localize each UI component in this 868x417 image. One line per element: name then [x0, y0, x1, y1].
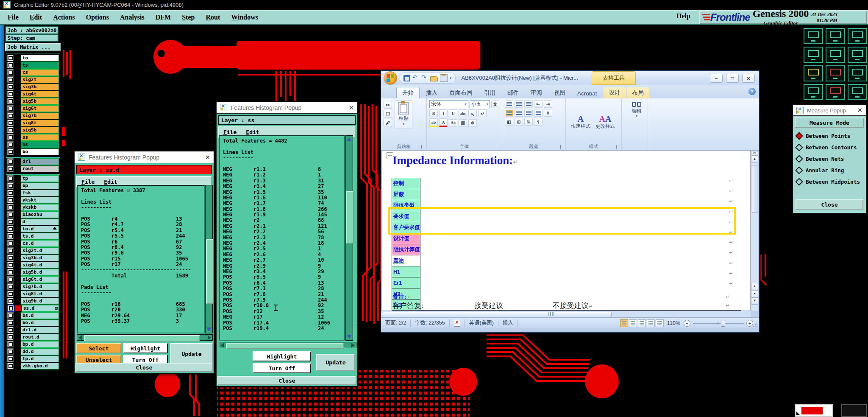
layer-checkbox[interactable] [7, 134, 14, 140]
histogram-row[interactable]: POSr7.128 [223, 286, 344, 291]
menu-item[interactable]: File [8, 14, 19, 21]
increase-indent-icon[interactable]: ⇥ [544, 100, 552, 108]
secondary-color-panel[interactable] [841, 404, 867, 417]
histogram-row[interactable]: NEGr1.774 [223, 201, 344, 206]
ribbon-tab[interactable]: Acrobat [572, 89, 603, 98]
menu-item[interactable]: Analysis [120, 14, 145, 21]
histogram-row[interactable]: NEGr2.51 [223, 246, 344, 252]
layer-color-swatch[interactable] [14, 113, 20, 118]
histogram-row[interactable]: POSr1724 [81, 262, 204, 267]
layer-row[interactable]: biaozhu⊞ [6, 211, 60, 218]
menu-item[interactable]: Options [86, 14, 109, 21]
copy-icon[interactable]: ❐ [384, 110, 392, 118]
layer-row[interactable]: sig6t⊞ [6, 105, 60, 112]
layer-color-swatch[interactable] [14, 149, 20, 154]
save-icon[interactable] [403, 75, 410, 81]
close-icon[interactable]: ✕ [857, 106, 862, 114]
layer-row[interactable]: sig7b⊞ [6, 112, 60, 119]
popup-titlebar[interactable]: Measure Popup ✕ [793, 105, 866, 116]
paste-icon[interactable] [440, 74, 448, 82]
layer-color-swatch[interactable] [14, 277, 20, 282]
layer-checkbox[interactable] [7, 269, 14, 275]
menu-item[interactable]: Actions [53, 14, 75, 21]
spellcheck-status[interactable] [450, 319, 465, 327]
histogram-row[interactable]: NEGr1.6110 [223, 195, 344, 201]
word-horizontal-scrollbar[interactable] [381, 311, 751, 318]
font-style-button[interactable]: I [439, 109, 448, 117]
layer-color-swatch[interactable] [14, 62, 20, 68]
word-vertical-scrollbar[interactable]: ▭ ▲ ▲ ● ▼ [750, 151, 758, 311]
highlight-color-icon[interactable]: ab [429, 118, 438, 127]
layer-checkbox[interactable] [7, 226, 14, 232]
font-style-button[interactable]: abc [459, 109, 467, 117]
font-style-button[interactable]: U [449, 109, 457, 117]
menu-item[interactable]: DFM [156, 14, 171, 21]
minimize-button[interactable]: – [710, 74, 723, 83]
cut-icon[interactable]: ✂ [384, 101, 392, 109]
measure-mode-option[interactable]: Between Nets [793, 153, 866, 165]
layer-color-swatch[interactable] [14, 341, 20, 347]
layer-color-swatch[interactable] [14, 70, 20, 75]
table-header-cell[interactable]: 客户要求值 [392, 222, 420, 233]
histogram-row[interactable]: POSr10.892 [223, 303, 344, 308]
histogram-row[interactable]: POSr39.373 [81, 319, 204, 324]
layer-checkbox[interactable] [7, 62, 14, 68]
table-header-cell[interactable]: Er1 [392, 277, 420, 288]
layer-row[interactable]: bo⊞ [6, 148, 60, 155]
histogram-row[interactable]: NEGr29.6417 [81, 313, 204, 319]
update-button[interactable]: Update [316, 354, 355, 371]
histogram-row[interactable]: NEGr1712 [223, 314, 344, 320]
layer-color-swatch[interactable] [14, 159, 20, 164]
histogram-row[interactable]: NEGr2.64 [223, 252, 344, 257]
ribbon-tab[interactable]: 邮件 [502, 87, 524, 98]
layer-color-swatch[interactable] [14, 98, 20, 104]
dialog-launcher-icon[interactable] [421, 145, 426, 149]
qat-dropdown-icon[interactable]: ▾ [450, 76, 452, 80]
sort-icon[interactable]: ⇅ [524, 118, 533, 126]
layer-checkbox[interactable] [7, 204, 14, 210]
redo-icon[interactable] [421, 75, 428, 81]
layer-color-swatch[interactable] [14, 120, 20, 126]
table-header-cell[interactable]: 控制 [392, 178, 420, 189]
layer-checkbox[interactable] [7, 91, 14, 97]
popup-titlebar[interactable]: Features Histogram Popup ✕ [217, 102, 357, 114]
layer-color-swatch[interactable] [14, 204, 20, 210]
shading-icon[interactable]: ◧ [505, 118, 513, 126]
layer-color-swatch[interactable] [14, 262, 20, 268]
format-painter-icon[interactable]: 🖌 [384, 119, 392, 126]
word-titlebar[interactable]: ▾ AB6XV002A0阻抗设计(New) [兼容模式] - Micr... 表… [381, 71, 759, 85]
scroll-down-icon[interactable] [347, 335, 352, 339]
ribbon-tab[interactable]: 开始 [396, 87, 420, 98]
toolbar-fit-button[interactable] [848, 47, 867, 63]
close-button[interactable]: ✕ [742, 74, 755, 83]
layer-color-swatch[interactable] [14, 127, 20, 133]
layer-row[interactable]: sig8t.d⊞ [6, 290, 60, 297]
histogram-row[interactable]: NEGr2.99 [223, 263, 344, 269]
layer-row[interactable]: sig2t.d⊞ [6, 247, 60, 254]
layer-row[interactable]: bs⊞ [6, 141, 60, 148]
layer-row[interactable]: sig4t⊞ [6, 90, 60, 98]
zoom-slider[interactable] [693, 323, 744, 324]
histogram-row[interactable]: NEGr2.710 [223, 257, 344, 263]
layer-color-swatch[interactable] [14, 320, 20, 325]
horizontal-scrollbar[interactable] [77, 334, 213, 341]
job-matrix-button[interactable]: Job Matrix ... [5, 43, 61, 51]
histogram-row[interactable]: NEGr2.1121 [223, 224, 344, 229]
histogram-row[interactable]: POSr19.424 [223, 326, 344, 331]
layer-color-swatch[interactable] [14, 176, 20, 181]
toolbar-flag-button[interactable] [826, 84, 845, 100]
histogram-row[interactable]: POSr18685 [81, 302, 204, 307]
layer-checkbox[interactable] [7, 283, 14, 290]
layer-checkbox[interactable] [7, 190, 14, 196]
layer-color-swatch[interactable] [14, 363, 20, 369]
histogram-row[interactable]: NEGr1.18 [223, 167, 344, 172]
scroll-up-icon[interactable]: ▲ [751, 156, 758, 163]
table-header-cell[interactable]: 设计值 [392, 233, 420, 244]
layer-color-swatch[interactable] [15, 305, 21, 311]
toolbar-pan-button[interactable] [848, 28, 867, 44]
close-button[interactable]: Close [217, 376, 356, 385]
layer-checkbox[interactable] [7, 298, 14, 304]
ribbon-tab[interactable]: 视图 [548, 87, 571, 98]
layer-checkbox[interactable] [7, 348, 14, 355]
layer-color-swatch[interactable] [14, 269, 20, 275]
